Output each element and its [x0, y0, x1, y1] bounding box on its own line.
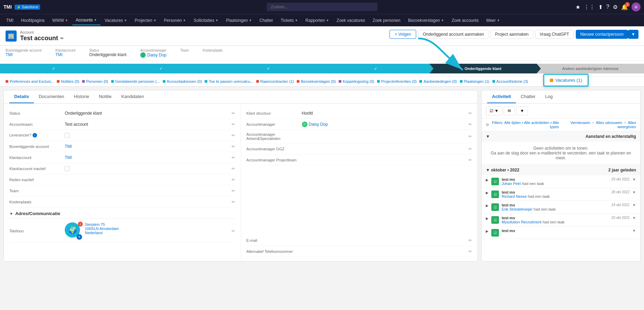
tab-notitie[interactable]: Notitie [94, 90, 116, 103]
new-contact-button[interactable]: Nieuwe contactpersoon [576, 30, 628, 39]
nav-item-sollicitaties[interactable]: Sollicitaties ▼ [190, 16, 222, 25]
help-icon[interactable]: ? [606, 4, 609, 10]
edit-email-icon[interactable]: ✏ [468, 238, 472, 243]
account-title-edit-icon[interactable]: ✏ [60, 36, 64, 41]
act-dropdown-4[interactable]: ▼ [632, 216, 636, 220]
act-dropdown-1[interactable]: ▼ [632, 177, 636, 181]
tab-documenten[interactable]: Documenten [34, 90, 69, 103]
act-person-link-4[interactable]: Mysolution Recruitment [502, 220, 542, 224]
nav-item-hoofdpagina[interactable]: Hoofdpagina [18, 16, 48, 25]
nav-item-plaatsingen[interactable]: Plaatsingen ▼ [223, 16, 256, 25]
tab-activiteit[interactable]: Activiteit [487, 90, 516, 103]
filter-refresh-link[interactable]: Vernieuwen [570, 121, 590, 125]
user-avatar[interactable]: U [632, 2, 641, 11]
tab-details[interactable]: Details [9, 90, 34, 103]
settings-icon[interactable]: ⚙ [613, 4, 618, 10]
adres-toggle-icon[interactable]: ▼ [9, 212, 13, 216]
sub-account-button[interactable]: Onderliggend account aanmaken [418, 30, 489, 39]
act-dropdown-2[interactable]: ▼ [632, 190, 636, 194]
link-bovenliggende[interactable]: TMI [65, 144, 72, 149]
vacatures-highlight-box[interactable]: Vacatures (1) [543, 74, 589, 87]
edit-am-artsen-icon[interactable]: ✏ [468, 134, 472, 139]
act-dropdown-3[interactable]: ▼ [632, 203, 636, 207]
nav-item-zoek-vacatures[interactable]: Zoek vacatures [333, 16, 368, 25]
nav-item-rapporten[interactable]: Rapporten ▼ [302, 16, 332, 25]
nav-item-vacatures[interactable]: Vacatures ▼ [101, 16, 131, 25]
edit-telefoon-icon[interactable]: ✏ [232, 229, 235, 233]
tab-log[interactable]: Log [540, 90, 558, 103]
chatgpt-button[interactable]: Vraag ChatGPT [535, 30, 574, 39]
progress-step-4[interactable]: ✓ [322, 64, 429, 73]
act-person-link-3[interactable]: Erik Striedelmeijer [502, 207, 533, 211]
tab-koppelingsslog[interactable]: Koppelingsslog (0) [339, 79, 374, 84]
favorites-icon[interactable]: ★ [575, 4, 580, 10]
apps-icon[interactable]: ⋮⋮ [584, 4, 595, 10]
tab-bezoekverslagen[interactable]: Bezoekverslagen (0) [297, 79, 336, 84]
globe-plus-icon[interactable]: + [77, 234, 82, 240]
edit-team-icon[interactable]: ✏ [232, 188, 235, 193]
tab-kandidaten[interactable]: Kandidaten [116, 90, 149, 103]
progress-step-1[interactable]: ✓ [0, 64, 107, 73]
month-section-header[interactable]: ▼ oktober • 2022 2 jaar geleden [482, 165, 640, 175]
upload-icon[interactable]: ⬆ [598, 4, 603, 10]
edit-inactief-icon[interactable]: ✏ [232, 166, 235, 171]
filter-expand-link[interactable]: Alles uitvouwen [596, 121, 622, 125]
inactief-checkbox[interactable] [65, 166, 70, 171]
tmi-logo[interactable]: TMI [3, 4, 12, 10]
meta-value-klantaccount[interactable]: TMI [55, 52, 63, 57]
form-accountmanager-link[interactable]: Daisy Dop [309, 122, 328, 127]
progress-step-5[interactable]: Onderliggende klant [429, 64, 537, 73]
search-bar[interactable] [267, 3, 377, 11]
tab-aanbestedingen[interactable]: Aanbestedingen (0) [419, 79, 457, 84]
tab-gerelateerde[interactable]: Gerelateerde personen (... [111, 79, 160, 84]
nav-item-tmi[interactable]: TMI [3, 16, 17, 25]
tab-plaatsingen[interactable]: Plaatsingen (1) [460, 79, 490, 84]
actions-dropdown-button[interactable]: ▼ [628, 30, 638, 39]
tab-personen[interactable]: Personen (0) [82, 79, 108, 84]
nav-item-accounts[interactable]: Accounts ▼ [72, 16, 100, 25]
act-toggle-5[interactable]: ▶ [486, 229, 489, 233]
link-klantaccount[interactable]: TMI [65, 155, 72, 160]
tab-historie[interactable]: Historie [69, 90, 94, 103]
progress-step-2[interactable]: ✓ [107, 64, 215, 73]
activity-email-button[interactable]: ✉ [504, 106, 515, 115]
follow-button[interactable]: + Volgen [390, 30, 416, 39]
tab-raamcontracten[interactable]: Raamcontracten (1) [256, 79, 294, 84]
edit-status-icon[interactable]: ✏ [232, 111, 235, 116]
act-toggle-4[interactable]: ▶ [486, 216, 489, 220]
meta-value-bovenliggende[interactable]: TMI [6, 52, 13, 57]
nav-item-zoek-accounts[interactable]: Zoek accounts [448, 16, 482, 25]
leverancier-info-icon[interactable]: i [33, 133, 37, 138]
nav-item-meer[interactable]: Meer ▼ [483, 16, 503, 25]
tab-accountadressen[interactable]: Accountadressen (0) [163, 79, 202, 84]
nav-item-chatter[interactable]: Chatter [256, 16, 277, 25]
edit-klant-structuur-icon[interactable]: ✏ [468, 111, 472, 116]
aanstand-section-header[interactable]: ▼ Aanstand en achterstallig [482, 131, 640, 142]
leverancier-checkbox[interactable] [65, 133, 70, 138]
tab-urencalculatie[interactable]: Toe te passen urencalcu... [205, 79, 253, 84]
nav-item-zoek-personen[interactable]: Zoek personen [369, 16, 404, 25]
edit-am-projectteam-icon[interactable]: ✏ [468, 158, 472, 162]
nav-item-bezoekverslagen[interactable]: Bezoekverslagen ▼ [404, 16, 447, 25]
notification-bell[interactable]: 🔔 2 [621, 4, 628, 10]
act-person-link-1[interactable]: Johan Petri [502, 181, 521, 186]
tab-accounthistorie[interactable]: Accounthistorie (3) [492, 79, 528, 84]
tab-chatter[interactable]: Chatter [516, 90, 540, 103]
act-toggle-2[interactable]: ▶ [486, 191, 489, 195]
edit-am-ggz-icon[interactable]: ✏ [468, 147, 472, 151]
progress-step-3[interactable]: ✓ [215, 64, 322, 73]
search-input[interactable] [267, 3, 377, 11]
tab-preferences[interactable]: Preferences and Exclusi... [6, 79, 54, 84]
act-person-link-2[interactable]: Richard Nesse [502, 194, 527, 198]
tab-notities[interactable]: Notities (0) [57, 79, 79, 84]
activity-more-button[interactable]: ▼ [516, 106, 528, 115]
nav-item-personen[interactable]: Personen ▼ [161, 16, 189, 25]
edit-leverancier-icon[interactable]: ✏ [232, 133, 235, 138]
act-dropdown-5[interactable]: ▼ [632, 229, 636, 233]
edit-reden-icon[interactable]: ✏ [232, 177, 235, 182]
act-toggle-1[interactable]: ▶ [486, 178, 489, 182]
progress-step-6[interactable]: Andere aanbieder/geen interesse [537, 64, 644, 73]
edit-accountmanager-icon[interactable]: ✏ [468, 122, 472, 127]
edit-alt-tel-icon[interactable]: ✏ [468, 249, 472, 254]
edit-bovenliggende-icon[interactable]: ✏ [232, 144, 235, 149]
